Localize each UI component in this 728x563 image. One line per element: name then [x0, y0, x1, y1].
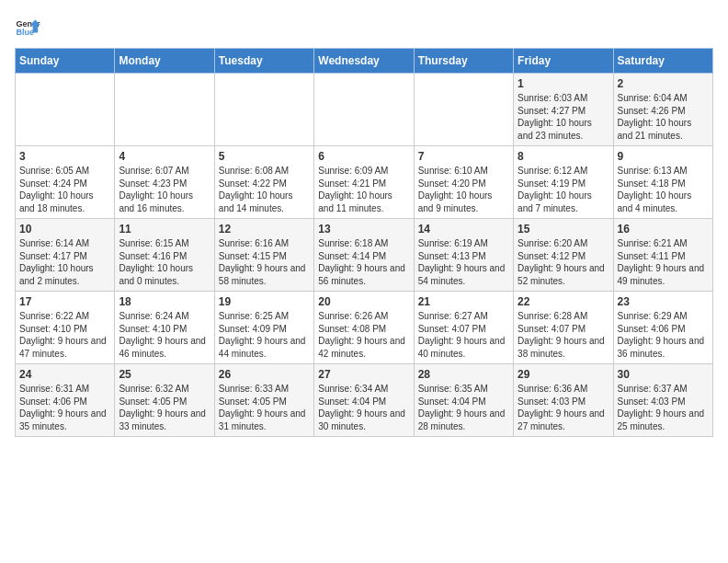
calendar-cell [314, 74, 414, 146]
day-info: Sunrise: 6:28 AM Sunset: 4:07 PM Dayligh… [518, 310, 609, 360]
calendar-cell: 11Sunrise: 6:15 AM Sunset: 4:16 PM Dayli… [115, 219, 214, 292]
calendar-cell: 21Sunrise: 6:27 AM Sunset: 4:07 PM Dayli… [414, 292, 513, 364]
day-info: Sunrise: 6:34 AM Sunset: 4:04 PM Dayligh… [318, 383, 409, 432]
day-info: Sunrise: 6:33 AM Sunset: 4:05 PM Dayligh… [219, 383, 310, 432]
day-number: 9 [618, 150, 709, 163]
day-info: Sunrise: 6:35 AM Sunset: 4:04 PM Dayligh… [418, 383, 509, 432]
day-number: 13 [318, 223, 409, 236]
day-info: Sunrise: 6:07 AM Sunset: 4:23 PM Dayligh… [119, 165, 210, 214]
weekday-header-thursday: Thursday [414, 49, 513, 74]
day-number: 29 [518, 368, 609, 381]
weekday-header-row: SundayMondayTuesdayWednesdayThursdayFrid… [16, 49, 713, 74]
day-info: Sunrise: 6:25 AM Sunset: 4:09 PM Dayligh… [219, 310, 310, 360]
calendar-cell: 1Sunrise: 6:03 AM Sunset: 4:27 PM Daylig… [514, 74, 613, 146]
calendar-cell [115, 74, 214, 146]
day-info: Sunrise: 6:10 AM Sunset: 4:20 PM Dayligh… [418, 165, 509, 214]
day-number: 5 [219, 150, 310, 163]
day-number: 24 [19, 368, 110, 381]
day-number: 25 [119, 368, 210, 381]
day-info: Sunrise: 6:32 AM Sunset: 4:05 PM Dayligh… [119, 383, 210, 432]
day-info: Sunrise: 6:08 AM Sunset: 4:22 PM Dayligh… [219, 165, 310, 214]
calendar-cell: 10Sunrise: 6:14 AM Sunset: 4:17 PM Dayli… [16, 219, 115, 292]
calendar-cell: 18Sunrise: 6:24 AM Sunset: 4:10 PM Dayli… [115, 292, 214, 364]
calendar-cell: 9Sunrise: 6:13 AM Sunset: 4:18 PM Daylig… [613, 146, 712, 219]
day-number: 7 [418, 150, 509, 163]
weekday-header-sunday: Sunday [16, 49, 115, 74]
weekday-header-tuesday: Tuesday [214, 49, 313, 74]
day-info: Sunrise: 6:05 AM Sunset: 4:24 PM Dayligh… [19, 165, 110, 214]
day-info: Sunrise: 6:31 AM Sunset: 4:06 PM Dayligh… [19, 383, 110, 432]
calendar-cell: 13Sunrise: 6:18 AM Sunset: 4:14 PM Dayli… [314, 219, 414, 292]
calendar-cell: 22Sunrise: 6:28 AM Sunset: 4:07 PM Dayli… [514, 292, 613, 364]
day-info: Sunrise: 6:20 AM Sunset: 4:12 PM Dayligh… [518, 237, 609, 287]
day-info: Sunrise: 6:15 AM Sunset: 4:16 PM Dayligh… [119, 237, 210, 287]
calendar-cell: 12Sunrise: 6:16 AM Sunset: 4:15 PM Dayli… [214, 219, 313, 292]
calendar-cell: 4Sunrise: 6:07 AM Sunset: 4:23 PM Daylig… [115, 146, 214, 219]
calendar-cell [214, 74, 313, 146]
calendar-cell [414, 74, 513, 146]
calendar-cell: 27Sunrise: 6:34 AM Sunset: 4:04 PM Dayli… [314, 364, 414, 437]
day-info: Sunrise: 6:22 AM Sunset: 4:10 PM Dayligh… [19, 310, 110, 360]
calendar-cell: 16Sunrise: 6:21 AM Sunset: 4:11 PM Dayli… [613, 219, 712, 292]
day-info: Sunrise: 6:26 AM Sunset: 4:08 PM Dayligh… [318, 310, 409, 360]
page-header: General Blue [15, 15, 713, 40]
calendar-week-0: 1Sunrise: 6:03 AM Sunset: 4:27 PM Daylig… [16, 74, 713, 146]
calendar-cell: 29Sunrise: 6:36 AM Sunset: 4:03 PM Dayli… [514, 364, 613, 437]
day-info: Sunrise: 6:36 AM Sunset: 4:03 PM Dayligh… [518, 383, 609, 432]
calendar-table: SundayMondayTuesdayWednesdayThursdayFrid… [15, 48, 713, 437]
day-info: Sunrise: 6:13 AM Sunset: 4:18 PM Dayligh… [618, 165, 709, 214]
day-number: 8 [518, 150, 609, 163]
day-number: 6 [318, 150, 409, 163]
day-number: 11 [119, 223, 210, 236]
day-number: 26 [219, 368, 310, 381]
day-number: 16 [618, 223, 709, 236]
calendar-week-1: 3Sunrise: 6:05 AM Sunset: 4:24 PM Daylig… [16, 146, 713, 219]
day-number: 2 [618, 77, 709, 90]
calendar-cell: 30Sunrise: 6:37 AM Sunset: 4:03 PM Dayli… [613, 364, 712, 437]
logo: General Blue [15, 15, 44, 40]
calendar-body: 1Sunrise: 6:03 AM Sunset: 4:27 PM Daylig… [16, 74, 713, 437]
logo-icon: General Blue [15, 15, 40, 40]
calendar-week-3: 17Sunrise: 6:22 AM Sunset: 4:10 PM Dayli… [16, 292, 713, 364]
day-info: Sunrise: 6:24 AM Sunset: 4:10 PM Dayligh… [119, 310, 210, 360]
calendar-cell: 3Sunrise: 6:05 AM Sunset: 4:24 PM Daylig… [16, 146, 115, 219]
calendar-cell: 25Sunrise: 6:32 AM Sunset: 4:05 PM Dayli… [115, 364, 214, 437]
calendar-cell: 14Sunrise: 6:19 AM Sunset: 4:13 PM Dayli… [414, 219, 513, 292]
day-info: Sunrise: 6:18 AM Sunset: 4:14 PM Dayligh… [318, 237, 409, 287]
day-number: 10 [19, 223, 110, 236]
day-number: 12 [219, 223, 310, 236]
day-info: Sunrise: 6:27 AM Sunset: 4:07 PM Dayligh… [418, 310, 509, 360]
day-number: 19 [219, 295, 310, 308]
calendar-cell: 6Sunrise: 6:09 AM Sunset: 4:21 PM Daylig… [314, 146, 414, 219]
svg-text:Blue: Blue [16, 28, 34, 37]
weekday-header-saturday: Saturday [613, 49, 712, 74]
day-number: 30 [618, 368, 709, 381]
day-number: 15 [518, 223, 609, 236]
day-info: Sunrise: 6:09 AM Sunset: 4:21 PM Dayligh… [318, 165, 409, 214]
calendar-week-4: 24Sunrise: 6:31 AM Sunset: 4:06 PM Dayli… [16, 364, 713, 437]
calendar-cell: 23Sunrise: 6:29 AM Sunset: 4:06 PM Dayli… [613, 292, 712, 364]
calendar-cell: 8Sunrise: 6:12 AM Sunset: 4:19 PM Daylig… [514, 146, 613, 219]
calendar-cell: 20Sunrise: 6:26 AM Sunset: 4:08 PM Dayli… [314, 292, 414, 364]
day-number: 21 [418, 295, 509, 308]
calendar-cell: 26Sunrise: 6:33 AM Sunset: 4:05 PM Dayli… [214, 364, 313, 437]
calendar-week-2: 10Sunrise: 6:14 AM Sunset: 4:17 PM Dayli… [16, 219, 713, 292]
calendar-cell: 15Sunrise: 6:20 AM Sunset: 4:12 PM Dayli… [514, 219, 613, 292]
day-number: 18 [119, 295, 210, 308]
day-number: 14 [418, 223, 509, 236]
day-info: Sunrise: 6:03 AM Sunset: 4:27 PM Dayligh… [518, 92, 609, 142]
day-info: Sunrise: 6:04 AM Sunset: 4:26 PM Dayligh… [618, 92, 709, 142]
calendar-cell: 17Sunrise: 6:22 AM Sunset: 4:10 PM Dayli… [16, 292, 115, 364]
day-info: Sunrise: 6:12 AM Sunset: 4:19 PM Dayligh… [518, 165, 609, 214]
day-info: Sunrise: 6:21 AM Sunset: 4:11 PM Dayligh… [618, 237, 709, 287]
day-number: 17 [19, 295, 110, 308]
day-number: 22 [518, 295, 609, 308]
day-info: Sunrise: 6:14 AM Sunset: 4:17 PM Dayligh… [19, 237, 110, 287]
day-info: Sunrise: 6:19 AM Sunset: 4:13 PM Dayligh… [418, 237, 509, 287]
calendar-cell [16, 74, 115, 146]
calendar-cell: 28Sunrise: 6:35 AM Sunset: 4:04 PM Dayli… [414, 364, 513, 437]
day-number: 4 [119, 150, 210, 163]
weekday-header-monday: Monday [115, 49, 214, 74]
day-info: Sunrise: 6:16 AM Sunset: 4:15 PM Dayligh… [219, 237, 310, 287]
day-number: 28 [418, 368, 509, 381]
